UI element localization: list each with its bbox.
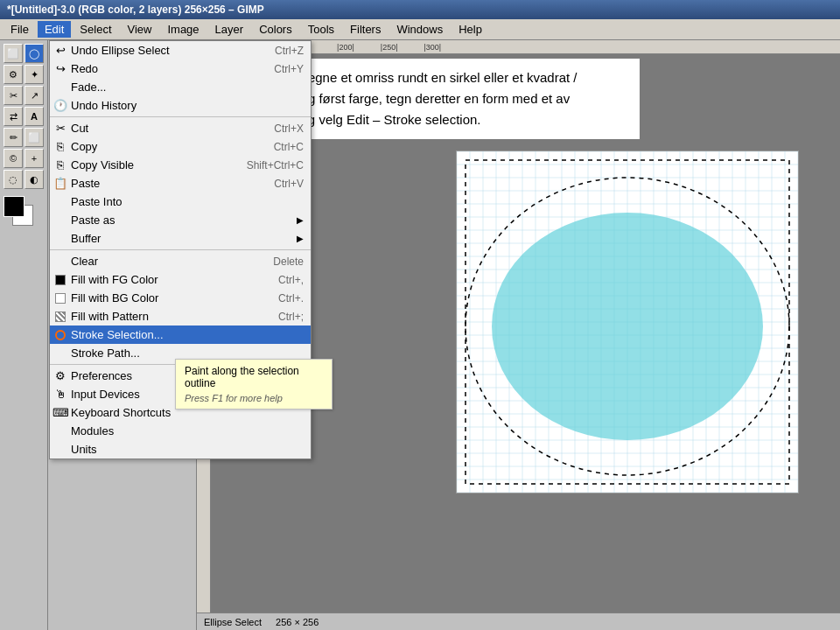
redo-icon: ↪ (53, 62, 67, 76)
menu-stroke-selection[interactable]: Stroke Selection... (50, 326, 311, 344)
menu-undo-history[interactable]: 🕐 Undo History (50, 96, 311, 115)
paste-icon: 📋 (53, 177, 67, 191)
menu-tools[interactable]: Tools (301, 21, 341, 38)
status-info: 256 × 256 (276, 617, 318, 627)
tool-paint[interactable]: ✏ (4, 128, 23, 147)
menu-cut[interactable]: ✂ Cut Ctrl+X (50, 119, 311, 137)
tool-fuzzy-select[interactable]: ✦ (24, 65, 44, 84)
menu-clear[interactable]: Clear Delete (50, 252, 311, 270)
units-icon (53, 443, 67, 457)
copy-icon: ⎘ (53, 140, 67, 154)
tool-dodge[interactable]: ◐ (24, 170, 44, 189)
tool-flip[interactable]: ⇄ (4, 107, 23, 126)
prefs-icon: ⚙ (53, 369, 67, 383)
menu-colors[interactable]: Colors (252, 21, 299, 38)
tool-erase[interactable]: ⬜ (24, 128, 44, 147)
tool-rect-select[interactable]: ⬜ (4, 44, 23, 63)
menu-buffer[interactable]: Buffer ▶ (50, 229, 311, 248)
menu-view[interactable]: View (121, 21, 159, 38)
cut-icon: ✂ (53, 122, 67, 136)
tool-blur[interactable]: ◌ (4, 170, 23, 189)
menu-filters[interactable]: Filters (343, 21, 388, 38)
tool-grid: ⬜ ◯ ⚙ ✦ ✂ ↗ ⇄ A ✏ ⬜ © + ◌ ◐ (4, 44, 44, 189)
menu-units[interactable]: Units (50, 440, 311, 458)
menu-paste-as[interactable]: Paste as ▶ (50, 211, 311, 229)
menu-fill-pattern[interactable]: Fill with Pattern Ctrl+; (50, 307, 311, 326)
status-bar: Ellipse Select 256 × 256 (197, 612, 840, 630)
menu-redo[interactable]: ↪ Redo Ctrl+Y (50, 60, 311, 78)
clear-icon (53, 255, 67, 269)
paste-as-icon (53, 214, 67, 228)
menu-select[interactable]: Select (73, 21, 118, 38)
fill-fg-icon (53, 273, 67, 287)
menu-layer[interactable]: Layer (208, 21, 251, 38)
tool-heal[interactable]: + (24, 149, 44, 168)
input-devices-icon: 🖱 (53, 388, 67, 402)
menu-file[interactable]: File (4, 21, 36, 38)
paste-into-icon (53, 195, 67, 209)
menu-fill-fg[interactable]: Fill with FG Color Ctrl+, (50, 270, 311, 289)
menu-image[interactable]: Image (160, 21, 206, 38)
window-title: *[Untitled]-3.0 (RGB color, 2 layers) 25… (7, 4, 264, 16)
stroke-selection-icon (53, 328, 67, 342)
fill-bg-icon (53, 291, 67, 305)
tool-transform[interactable]: ↗ (24, 86, 44, 105)
copy-visible-icon: ⎘ (53, 158, 67, 172)
tooltip-main: Paint along the selection outline (185, 365, 323, 389)
fade-icon (53, 80, 67, 94)
tool-clone[interactable]: © (4, 149, 23, 168)
menu-copy[interactable]: ⎘ Copy Ctrl+C (50, 137, 311, 156)
menu-undo[interactable]: ↩ Undo Ellipse Select Ctrl+Z (50, 41, 311, 60)
stroke-path-icon (53, 346, 67, 360)
tool-text[interactable]: A (24, 107, 44, 126)
buffer-arrow: ▶ (297, 234, 304, 243)
separator-2 (50, 249, 311, 250)
undo-icon: ↩ (53, 44, 67, 58)
menu-windows[interactable]: Windows (389, 21, 450, 38)
buffer-icon (53, 232, 67, 246)
separator-1 (50, 116, 311, 117)
fill-pattern-icon (53, 310, 67, 324)
title-bar: *[Untitled]-3.0 (RGB color, 2 layers) 25… (0, 0, 840, 19)
menu-bar: File Edit Select View Image Layer Colors… (0, 19, 840, 40)
history-icon: 🕐 (53, 99, 67, 113)
keyboard-icon: ⌨ (53, 406, 67, 420)
menu-fill-bg[interactable]: Fill with BG Color Ctrl+. (50, 289, 311, 307)
canvas-drawing[interactable] (456, 150, 799, 494)
status-tool: Ellipse Select (204, 617, 262, 627)
modules-icon (53, 424, 67, 438)
toolbox: ⬜ ◯ ⚙ ✦ ✂ ↗ ⇄ A ✏ ⬜ © + ◌ ◐ (0, 40, 48, 630)
menu-help[interactable]: Help (452, 21, 489, 38)
tool-free-select[interactable]: ⚙ (4, 65, 23, 84)
color-boxes (4, 196, 44, 231)
menu-copy-visible[interactable]: ⎘ Copy Visible Shift+Ctrl+C (50, 156, 311, 174)
tool-ellipse-select[interactable]: ◯ (24, 44, 44, 63)
menu-modules[interactable]: Modules (50, 422, 311, 440)
menu-fade[interactable]: Fade... (50, 78, 311, 96)
paste-as-arrow: ▶ (297, 215, 304, 225)
tooltip-hint: Press F1 for more help (185, 393, 323, 403)
menu-paste[interactable]: 📋 Paste Ctrl+V (50, 174, 311, 192)
menu-edit[interactable]: Edit (38, 21, 71, 38)
fg-color-box[interactable] (4, 196, 24, 217)
menu-paste-into[interactable]: Paste Into (50, 192, 311, 211)
tooltip: Paint along the selection outline Press … (175, 359, 332, 410)
tool-crop[interactable]: ✂ (4, 86, 23, 105)
